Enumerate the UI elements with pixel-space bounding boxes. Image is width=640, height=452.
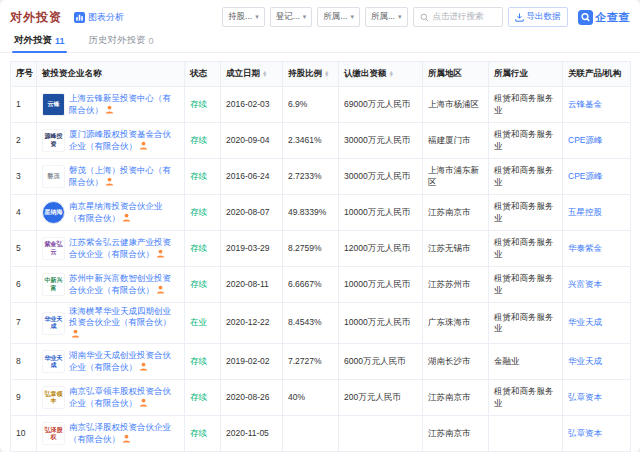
sort-icon[interactable]: ▲▼ xyxy=(262,71,267,78)
company-name-link[interactable]: 湖南华业天成创业投资合伙企业（有限合伙） xyxy=(69,350,171,371)
related-product-cell: 兴富资本 xyxy=(563,267,631,303)
person-badge-icon[interactable] xyxy=(156,285,165,294)
qichacha-icon xyxy=(578,10,593,25)
chart-icon xyxy=(74,12,85,23)
related-product-link[interactable]: 弘章资本 xyxy=(568,392,602,402)
person-badge-icon[interactable] xyxy=(139,398,148,407)
toolbar: 对外投资 图表分析 持股... ▾ 登记... ▾ 所属... xyxy=(0,0,640,31)
region: 广东珠海市 xyxy=(423,303,489,344)
company-cell: 华业天成 珠海横琴华业天成四期创业投资合伙企业（有限合伙） xyxy=(37,303,185,344)
table-row: 3 磐茂 磐茂（上海）投资中心（有限合伙） 存续 2016-06-24 2.72… xyxy=(11,159,631,195)
region: 湖南长沙市 xyxy=(423,344,489,380)
col-shareholding-ratio[interactable]: 持股比例▲▼ xyxy=(283,62,339,87)
industry: 租赁和商务服务业 xyxy=(489,195,563,231)
table-row: 10 弘泽股权 南京弘泽股权投资合伙企业（有限合伙） 存续 2020-11-05… xyxy=(11,416,631,452)
status-badge: 存续 xyxy=(185,380,221,416)
region: 江苏南京市 xyxy=(423,380,489,416)
row-index: 5 xyxy=(11,231,37,267)
company-name: 南京弘泽股权投资合伙企业（有限合伙） xyxy=(69,422,179,445)
col-region: 所属地区 xyxy=(423,62,489,87)
person-badge-icon[interactable] xyxy=(105,177,114,186)
company-name-link[interactable]: 磐茂（上海）投资中心（有限合伙） xyxy=(69,165,171,186)
person-badge-icon[interactable] xyxy=(71,329,80,338)
investment-table: 序号 被投资企业名称 状态 成立日期▲▼ 持股比例▲▼ 认缴出资额▲▼ 所属地区… xyxy=(10,61,631,452)
col-establish-date[interactable]: 成立日期▲▼ xyxy=(221,62,283,87)
row-index: 9 xyxy=(11,380,37,416)
tab-label: 对外投资 xyxy=(14,34,52,47)
company-logo: 弘泽股权 xyxy=(42,422,65,445)
row-index: 4 xyxy=(11,195,37,231)
sort-icon[interactable]: ▲▼ xyxy=(389,71,394,78)
company-cell: 弘章领丰 南京弘章领丰股权投资合伙企业（有限合伙） xyxy=(37,380,185,416)
row-index: 1 xyxy=(11,87,37,123)
chevron-down-icon: ▾ xyxy=(398,13,402,21)
establish-date: 2016-02-03 xyxy=(221,87,283,123)
col-related-product: 关联产品/机构 xyxy=(563,62,631,87)
tab-count: 11 xyxy=(55,36,65,46)
person-badge-icon[interactable] xyxy=(139,362,148,371)
person-badge-icon[interactable] xyxy=(122,434,131,443)
search-box[interactable]: 点击进行搜索 xyxy=(413,7,503,27)
establish-date: 2020-12-22 xyxy=(221,303,283,344)
status-badge: 存续 xyxy=(185,416,221,452)
col-label: 持股比例 xyxy=(288,68,322,78)
company-name-link[interactable]: 厦门源峰股权投资基金合伙企业（有限合伙） xyxy=(69,129,171,150)
row-index: 7 xyxy=(11,303,37,344)
brand-name: 企查查 xyxy=(596,10,631,25)
search-icon xyxy=(420,13,429,22)
filter-shareholding[interactable]: 持股... ▾ xyxy=(222,7,265,27)
person-badge-icon[interactable] xyxy=(105,105,114,114)
tab-history-outward-investment[interactable]: 历史对外投资 0 xyxy=(87,34,156,52)
company-logo: 中新兴富 xyxy=(42,273,65,296)
tab-outward-investment[interactable]: 对外投资 11 xyxy=(12,34,67,52)
related-product-link[interactable]: CPE源峰 xyxy=(568,135,602,145)
company-logo: 华业天成 xyxy=(42,350,65,373)
company-name-link[interactable]: 南京星纳海投资合伙企业（有限合伙） xyxy=(69,201,163,222)
company-name-link[interactable]: 南京弘章领丰股权投资合伙企业（有限合伙） xyxy=(69,386,171,407)
table-row: 7 华业天成 珠海横琴华业天成四期创业投资合伙企业（有限合伙） 在业 2020-… xyxy=(11,303,631,344)
subscribed-capital: 30000万元人民币 xyxy=(339,123,423,159)
filter-registration-status[interactable]: 登记... ▾ xyxy=(270,7,313,27)
sort-icon[interactable]: ▲▼ xyxy=(324,71,329,78)
table-row: 8 华业天成 湖南华业天成创业投资合伙企业（有限合伙） 存续 2019-02-0… xyxy=(11,344,631,380)
person-badge-icon[interactable] xyxy=(139,141,148,150)
col-subscribed-capital[interactable]: 认缴出资额▲▼ xyxy=(339,62,423,87)
chart-analysis-button[interactable]: 图表分析 xyxy=(74,11,124,24)
table-body: 1 云锋 上海云锋新呈投资中心（有限合伙） 存续 2016-02-03 6.9%… xyxy=(11,87,631,452)
page-title: 对外投资 xyxy=(10,9,62,26)
establish-date: 2019-03-29 xyxy=(221,231,283,267)
status-badge: 存续 xyxy=(185,195,221,231)
related-product-cell: CPE源峰 xyxy=(563,159,631,195)
company-name-link[interactable]: 上海云锋新呈投资中心（有限合伙） xyxy=(69,93,171,114)
related-product-cell: 华业天成 xyxy=(563,303,631,344)
export-data-button[interactable]: 导出数据 xyxy=(508,7,568,27)
tab-label: 历史对外投资 xyxy=(89,34,146,47)
industry: 金融业 xyxy=(489,344,563,380)
industry: 租赁和商务服务业 xyxy=(489,231,563,267)
outward-investment-panel: 对外投资 图表分析 持股... ▾ 登记... ▾ 所属... xyxy=(0,0,640,452)
industry xyxy=(489,416,563,452)
related-product-link[interactable]: CPE源峰 xyxy=(568,171,602,181)
person-badge-icon[interactable] xyxy=(122,213,131,222)
related-product-link[interactable]: 华泰紫金 xyxy=(568,243,602,253)
establish-date: 2019-02-02 xyxy=(221,344,283,380)
related-product-link[interactable]: 兴富资本 xyxy=(568,279,602,289)
company-name-link[interactable]: 南京弘泽股权投资合伙企业（有限合伙） xyxy=(69,422,171,443)
related-product-link[interactable]: 五星控股 xyxy=(568,207,602,217)
related-product-link[interactable]: 华业天成 xyxy=(568,356,602,366)
related-product-link[interactable]: 云锋基金 xyxy=(568,99,602,109)
col-company-name: 被投资企业名称 xyxy=(37,62,185,87)
filter-region[interactable]: 所属... ▾ xyxy=(317,7,360,27)
establish-date: 2020-09-04 xyxy=(221,123,283,159)
table-row: 1 云锋 上海云锋新呈投资中心（有限合伙） 存续 2016-02-03 6.9%… xyxy=(11,87,631,123)
company-name-link[interactable]: 珠海横琴华业天成四期创业投资合伙企业（有限合伙） xyxy=(69,306,171,327)
establish-date: 2020-08-07 xyxy=(221,195,283,231)
company-name: 磐茂（上海）投资中心（有限合伙） xyxy=(69,165,179,188)
shareholding-ratio: 2.3461% xyxy=(283,123,339,159)
person-badge-icon[interactable] xyxy=(156,249,165,258)
related-product-link[interactable]: 华业天成 xyxy=(568,317,602,327)
company-logo: 紫金弘云 xyxy=(42,237,65,260)
company-name: 南京弘章领丰股权投资合伙企业（有限合伙） xyxy=(69,386,179,409)
filter-industry[interactable]: 所属... ▾ xyxy=(365,7,408,27)
related-product-link[interactable]: 弘章资本 xyxy=(568,428,602,438)
